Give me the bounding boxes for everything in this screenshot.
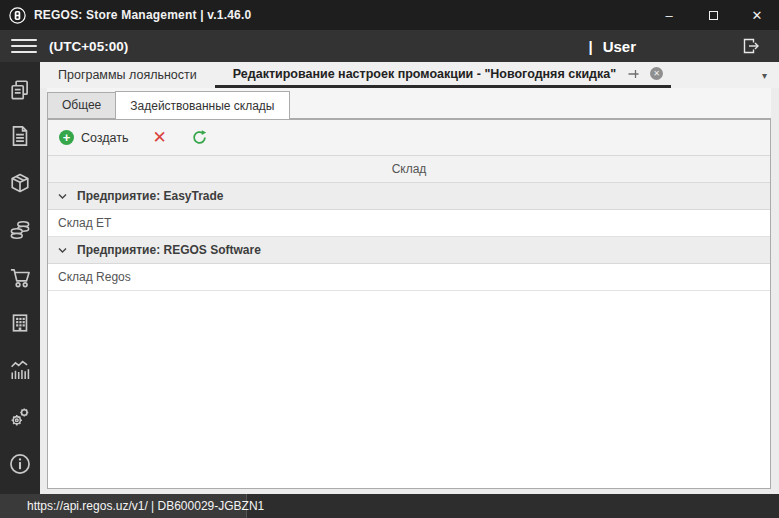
group-row-easytrade[interactable]: Предприятие: EasyTrade (48, 183, 770, 210)
tab-list-dropdown-icon[interactable]: ▾ (762, 70, 767, 81)
logout-icon[interactable] (731, 35, 771, 57)
grid-toolbar: + Создать ✕ (48, 120, 770, 156)
chevron-down-icon (57, 191, 68, 202)
maximize-icon (709, 11, 718, 20)
sidebar-item-coins-icon[interactable] (7, 218, 33, 242)
titlebar: REGOS: Store Management | v.1.46.0 – ✕ (0, 0, 779, 30)
user-separator: | (588, 38, 592, 55)
tab-promo-edit[interactable]: Редактирование настроек промоакции - "Но… (215, 62, 671, 88)
user-name[interactable]: User (603, 38, 636, 55)
regos-logo-icon (9, 7, 26, 24)
column-header-warehouse[interactable]: Склад (48, 156, 770, 183)
sidebar-item-stats-icon[interactable] (7, 358, 33, 382)
tab-close-icon[interactable]: ✕ (650, 67, 663, 80)
sub-tab-bar: Общее Задействованные склады (47, 88, 771, 119)
delete-button[interactable]: ✕ (153, 129, 167, 146)
menu-icon[interactable] (11, 39, 37, 53)
sidebar-item-cart-icon[interactable] (7, 265, 33, 289)
create-button-label: Создать (81, 131, 129, 145)
tab-label: Программы лояльности (58, 68, 197, 82)
sidebar-nav (0, 62, 40, 494)
sidebar-item-package-icon[interactable] (7, 171, 33, 195)
status-endpoint-panel: https://api.regos.uz/v1/ | DB600029-JGBZ… (0, 494, 247, 518)
sidebar-item-gears-icon[interactable] (7, 405, 33, 429)
group-label: Предприятие: REGOS Software (77, 243, 261, 257)
app-window: REGOS: Store Management | v.1.46.0 – ✕ (… (0, 0, 779, 518)
tab-involved-warehouses[interactable]: Задействованные склады (115, 91, 289, 119)
create-button[interactable]: + Создать (59, 130, 129, 145)
table-row-warehouse-et[interactable]: Склад ET (48, 210, 770, 237)
app-header: (UTC+05:00) | User (0, 30, 779, 62)
refresh-button[interactable] (191, 129, 208, 146)
table-row-warehouse-regos[interactable]: Склад Regos (48, 264, 770, 291)
warehouses-panel: + Создать ✕ Склад (47, 119, 771, 489)
user-zone: | User (588, 35, 779, 57)
tab-label: Редактирование настроек промоакции - "Но… (233, 67, 616, 81)
document-tab-bar: Программы лояльности Редактирование наст… (40, 62, 779, 88)
group-row-regos-software[interactable]: Предприятие: REGOS Software (48, 237, 770, 264)
maximize-button[interactable] (691, 0, 735, 30)
timezone-label: (UTC+05:00) (49, 39, 128, 54)
chevron-down-icon (57, 245, 68, 256)
sidebar-item-building-icon[interactable] (7, 311, 33, 335)
minimize-button[interactable]: – (647, 0, 691, 30)
main-area: Общее Задействованные склады + Создать ✕ (40, 88, 779, 494)
sidebar-item-info-icon[interactable] (7, 452, 33, 476)
plus-icon: + (59, 130, 74, 145)
status-bar: https://api.regos.uz/v1/ | DB600029-JGBZ… (0, 494, 779, 518)
sidebar-item-document-icon[interactable] (7, 124, 33, 148)
window-title: REGOS: Store Management | v.1.46.0 (34, 8, 251, 22)
sidebar-item-pages-icon[interactable] (7, 77, 33, 101)
pin-icon[interactable] (626, 67, 640, 81)
tab-general[interactable]: Общее (47, 92, 116, 119)
close-button[interactable]: ✕ (735, 0, 779, 30)
api-endpoint-label: https://api.regos.uz/v1/ | DB600029-JGBZ… (27, 499, 264, 513)
window-controls: – ✕ (647, 0, 779, 30)
tab-loyalty-programs[interactable]: Программы лояльности (40, 62, 215, 88)
group-label: Предприятие: EasyTrade (77, 189, 224, 203)
